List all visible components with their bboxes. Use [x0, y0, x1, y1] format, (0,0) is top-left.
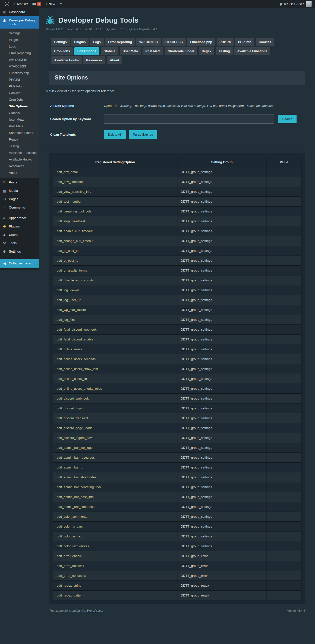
- submenu-item-cron-jobs[interactable]: Cron Jobs: [0, 96, 40, 103]
- cell-option: ddtt_error_enable: [53, 551, 178, 561]
- tab-site-options[interactable]: Site Options: [74, 47, 99, 55]
- tab-shortcode-finder[interactable]: Shortcode Finder: [165, 47, 197, 55]
- tab-cookies[interactable]: Cookies: [256, 38, 274, 46]
- cell-group: DDTT_group_error: [177, 551, 266, 561]
- cell-value: [266, 344, 301, 354]
- tab-php-ini[interactable]: PHP.INI: [216, 38, 234, 46]
- submenu-item-functions-php[interactable]: Functions.php: [0, 70, 40, 76]
- tab-error-reporting[interactable]: Error Reporting: [105, 38, 135, 46]
- sidebar-item-developer-debug-tools[interactable]: Developer Debug Tools: [0, 16, 40, 28]
- search-button[interactable]: Search: [278, 115, 296, 123]
- tab-available-functions[interactable]: Available Functions: [234, 47, 270, 55]
- submenu-item-globals[interactable]: Globals: [0, 110, 40, 116]
- warning-icon: ⚠: [115, 104, 118, 108]
- collapse-menu-button[interactable]: ◀ Collapse menu: [0, 259, 40, 268]
- submenu-item-htaccess[interactable]: HTACCESS: [0, 63, 40, 70]
- divider: [44, 147, 305, 147]
- table-row: ddtt_centering_tool_colsDDTT_group_setti…: [53, 206, 302, 216]
- comments-menu[interactable]: 0: [30, 0, 43, 8]
- cell-value: [266, 394, 301, 404]
- submenu-item-user-meta[interactable]: User Meta: [0, 116, 40, 123]
- sidebar-item-dashboard[interactable]: ◴ Dashboard: [0, 8, 40, 16]
- submenu-item-about[interactable]: About: [0, 169, 40, 176]
- table-row: ddtt_log_user_urlDDTT_group_settings: [53, 295, 302, 305]
- tab-htaccess[interactable]: HTACCESS: [162, 38, 186, 46]
- submenu-item-php-ini[interactable]: PHP.INI: [0, 76, 40, 83]
- sidebar-item-media[interactable]: ▦Media: [0, 186, 40, 195]
- purge-expired-button[interactable]: Purge Expired: [129, 130, 157, 139]
- submenu-item-available-hooks[interactable]: Available Hooks: [0, 156, 40, 163]
- table-row: ddtt_discord_page_loadsDDTT_group_settin…: [53, 423, 302, 433]
- submenu-item-plugins[interactable]: Plugins: [0, 36, 40, 43]
- sidebar-item-label: Plugins: [9, 224, 38, 228]
- cell-value: [266, 167, 301, 177]
- site-name-menu[interactable]: ⌂ Test site: [11, 0, 30, 8]
- submenu-item-error-reporting[interactable]: Error Reporting: [0, 50, 40, 56]
- page-heading: Site Options: [55, 74, 300, 81]
- submenu-item-settings[interactable]: Settings: [0, 30, 40, 36]
- submenu-item-available-functions[interactable]: Available Functions: [0, 150, 40, 156]
- table-row: ddtt_discord_webhookDDTT_group_settings: [53, 394, 302, 404]
- cell-option: ddtt_log_viewer: [53, 285, 178, 295]
- submenu-item-resources[interactable]: Resources: [0, 163, 40, 169]
- tab-post-meta[interactable]: Post Meta: [142, 47, 164, 55]
- sidebar-item-tools[interactable]: ⚒Tools: [0, 239, 40, 248]
- cell-value: [266, 423, 301, 433]
- sidebar-item-plugins[interactable]: ⚡Plugins: [0, 222, 40, 231]
- cell-option: ddtt_online_users_priority_roles: [53, 384, 178, 394]
- tab-regex[interactable]: Regex: [199, 47, 214, 55]
- tab-php-info[interactable]: PHP Info: [235, 38, 254, 46]
- tab-resources[interactable]: Resources: [83, 56, 105, 64]
- cell-group: DDTT_group_settings: [177, 236, 266, 246]
- cell-group: DDTT_group_settings: [177, 364, 266, 374]
- cell-value: [266, 266, 301, 276]
- submenu-item-wp-config[interactable]: WP-CONFIG: [0, 56, 40, 63]
- submenu-item-shortcode-finder[interactable]: Shortcode Finder: [0, 130, 40, 136]
- sidebar-item-posts[interactable]: ✎Posts: [0, 178, 40, 186]
- tab-globals[interactable]: Globals: [101, 47, 118, 55]
- tab-functions-php[interactable]: Functions.php: [187, 38, 215, 46]
- tab-logs[interactable]: Logs: [90, 38, 104, 46]
- cell-option: ddtt_admin_bar_condense: [53, 502, 178, 512]
- cell-option: ddtt_online_users_link: [53, 374, 178, 384]
- avatar[interactable]: [306, 1, 312, 7]
- clean-transients-row: Clean Transients Delete All Purge Expire…: [50, 130, 310, 139]
- main-content: Developer Debug Tools Plugin 1.6.2|WP 6.…: [40, 8, 315, 622]
- cell-group: DDTT_group_settings: [177, 334, 266, 344]
- cell-value: [266, 472, 301, 482]
- submenu-item-logs[interactable]: Logs: [0, 43, 40, 50]
- debug-quick-links-menu[interactable]: ⚑: [57, 0, 64, 8]
- tab-plugins[interactable]: Plugins: [71, 38, 88, 46]
- sidebar-item-label: Comments: [9, 206, 38, 210]
- table-row: ddtt_admin_bar_condenseDDTT_group_settin…: [53, 502, 302, 512]
- tab-available-hooks[interactable]: Available Hooks: [51, 56, 82, 64]
- table-row: ddtt_error_uninstallDDTT_group_error: [53, 561, 302, 571]
- cell-group: DDTT_group_settings: [177, 394, 266, 404]
- table-row: ddtt_stop_heartbeatDDTT_group_settings: [53, 216, 302, 226]
- sidebar-item-pages[interactable]: ❐Pages: [0, 195, 40, 203]
- tab-user-meta[interactable]: User Meta: [120, 47, 141, 55]
- tab-settings[interactable]: Settings: [51, 38, 70, 46]
- new-button[interactable]: + New: [43, 0, 57, 8]
- submenu-item-php-info[interactable]: PHP Info: [0, 83, 40, 90]
- wordpress-menu[interactable]: W: [2, 0, 11, 8]
- search-input[interactable]: [104, 114, 274, 124]
- tab-about[interactable]: About: [107, 56, 122, 64]
- tab-cron-jobs[interactable]: Cron Jobs: [51, 47, 73, 55]
- submenu-item-post-meta[interactable]: Post Meta: [0, 123, 40, 130]
- sidebar-item-settings[interactable]: ⚙Settings: [0, 248, 40, 256]
- delete-all-button[interactable]: Delete All: [104, 130, 126, 139]
- open-link[interactable]: Open: [104, 104, 112, 108]
- submenu-item-testing[interactable]: Testing: [0, 143, 40, 150]
- cell-value: [266, 551, 301, 561]
- submenu-item-cookies[interactable]: Cookies: [0, 90, 40, 96]
- wordpress-link[interactable]: WordPress: [87, 609, 102, 612]
- submenu-item-site-options[interactable]: Site Options: [0, 103, 40, 110]
- submenu-item-regex[interactable]: Regex: [0, 136, 40, 143]
- tab-testing[interactable]: Testing: [216, 47, 233, 55]
- sidebar-item-users[interactable]: ♟Users: [0, 231, 40, 239]
- sidebar-item-comments[interactable]: ❝Comments: [0, 203, 40, 212]
- tab-wp-config[interactable]: WP-CONFIG: [136, 38, 161, 46]
- sidebar-item-appearance[interactable]: ✑Appearance: [0, 214, 40, 222]
- user-info[interactable]: (User ID: 1) user: [280, 2, 304, 6]
